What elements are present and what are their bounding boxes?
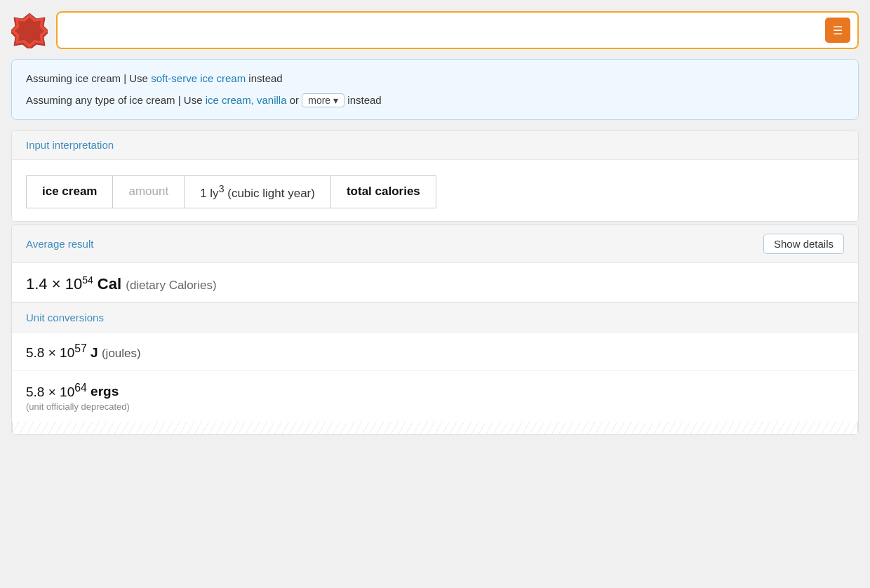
- result-value: 1.4 × 1054 Cal (dietary Calories): [12, 263, 858, 302]
- interp-col3: 1 ly3 (cubic light year): [185, 176, 331, 208]
- wolfram-logo: [11, 12, 48, 48]
- more-button[interactable]: more ▾: [302, 93, 344, 107]
- average-result-header: Average result Show details: [12, 225, 858, 263]
- torn-paper-bottom: [12, 422, 858, 434]
- conversion-row-ergs: 5.8 × 1064 ergs (unit officially depreca…: [12, 370, 858, 421]
- soft-serve-link[interactable]: soft-serve ice cream: [151, 72, 246, 84]
- search-input[interactable]: How many calories are there in a cubic l…: [69, 23, 825, 38]
- search-input-wrapper: How many calories are there in a cubic l…: [56, 11, 859, 49]
- assumption-line-2: Assuming any type of ice cream | Use ice…: [26, 93, 844, 109]
- search-button[interactable]: ☰: [825, 18, 850, 43]
- vanilla-link[interactable]: ice cream, vanilla: [206, 94, 287, 106]
- search-bar-container: How many calories are there in a cubic l…: [11, 11, 859, 49]
- interp-col4: total calories: [330, 176, 436, 208]
- interpretation-table: ice cream amount 1 ly3 (cubic light year…: [26, 175, 436, 208]
- interp-col1: ice cream: [27, 176, 113, 208]
- torn-edge-svg: [13, 422, 857, 434]
- conversion-row-joules: 5.8 × 1057 J (joules): [12, 332, 858, 370]
- interp-col2: amount: [113, 176, 185, 208]
- unit-conversions-header: Unit conversions: [12, 302, 858, 332]
- menu-icon: ☰: [833, 24, 843, 37]
- assumption-box: Assuming ice cream | Use soft-serve ice …: [11, 59, 859, 120]
- average-result-title: Average result: [26, 238, 93, 250]
- show-details-button[interactable]: Show details: [763, 234, 844, 254]
- average-result-panel: Average result Show details 1.4 × 1054 C…: [11, 225, 859, 435]
- assumption-line-1: Assuming ice cream | Use soft-serve ice …: [26, 71, 844, 87]
- input-interpretation-body: ice cream amount 1 ly3 (cubic light year…: [12, 160, 858, 221]
- input-interpretation-header: Input interpretation: [12, 131, 858, 160]
- svg-marker-2: [15, 18, 44, 44]
- input-interpretation-panel: Input interpretation ice cream amount 1 …: [11, 130, 859, 222]
